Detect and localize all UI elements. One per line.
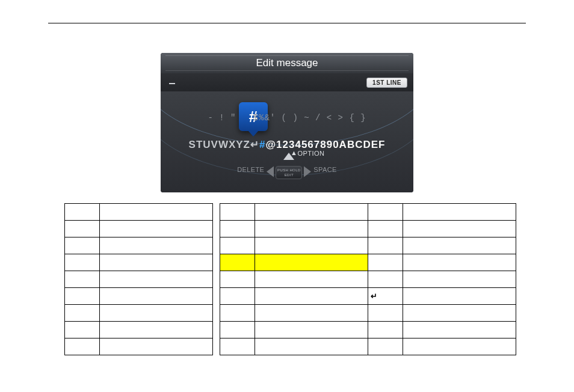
table-cell: [65, 305, 100, 322]
table-cell: [403, 254, 516, 271]
table-cell: [403, 322, 516, 338]
table-cell: [403, 305, 516, 322]
table-cell: [220, 288, 255, 305]
table-row: [65, 221, 516, 237]
table-cell: [220, 338, 255, 355]
dpad-right-icon[interactable]: [304, 167, 311, 177]
table-cell: [403, 237, 516, 254]
table-cell: [403, 288, 516, 305]
table-cell: [100, 305, 213, 322]
table-cell: [255, 322, 368, 338]
table-gap: [213, 204, 220, 221]
table-gap: [213, 338, 220, 355]
enter-icon: ↵: [371, 292, 377, 301]
table-row: [65, 254, 516, 271]
table-cell: [255, 204, 368, 221]
table-cell: [65, 204, 100, 221]
char-row-left: STUVWXYZ: [189, 139, 250, 150]
screen-title-bar: Edit message: [161, 53, 413, 73]
table-cell: [65, 221, 100, 237]
table-cell: [368, 237, 403, 254]
table-cell: [220, 271, 255, 288]
table-cell: [220, 237, 255, 254]
table-cell: [220, 204, 255, 221]
table-row: [65, 204, 516, 221]
table-gap: [213, 221, 220, 237]
table-cell: [368, 322, 403, 338]
table-cell: [368, 254, 403, 271]
table-cell: [368, 271, 403, 288]
table-cell: [100, 237, 213, 254]
table-cell: [403, 204, 516, 221]
table-cell: [255, 221, 368, 237]
table-cell: [255, 254, 368, 271]
table-cell: [65, 271, 100, 288]
table-cell: [100, 271, 213, 288]
dpad-up-icon[interactable]: [283, 153, 294, 160]
table-cell: [220, 254, 255, 271]
char-row-right: @1234567890ABCDEF: [265, 139, 385, 150]
table-gap: [213, 271, 220, 288]
table-row: [65, 271, 516, 288]
table-cell: [100, 204, 213, 221]
device-screenshot: Edit message 1ST LINE # - ! " $%&' ( ) ~…: [161, 53, 413, 192]
symbol-row: - ! " $%&' ( ) ~ / < > { }: [161, 113, 413, 123]
table-gap: [213, 322, 220, 338]
enter-icon: ↵: [250, 139, 259, 150]
character-table: ↵: [64, 203, 510, 355]
table-cell: [65, 237, 100, 254]
space-label[interactable]: SPACE: [311, 166, 339, 173]
input-line-row: 1ST LINE: [161, 73, 413, 91]
table-row: [65, 305, 516, 322]
char-row-selected: #: [259, 139, 265, 150]
table-gap: [213, 254, 220, 271]
table-cell: [220, 221, 255, 237]
text-cursor: [169, 83, 175, 84]
device-screen: Edit message 1ST LINE # - ! " $%&' ( ) ~…: [161, 53, 413, 192]
line-indicator-badge: 1ST LINE: [366, 78, 407, 88]
screen-title: Edit message: [256, 57, 318, 69]
character-row[interactable]: STUVWXYZ↵#@1234567890ABCDEF: [161, 138, 413, 151]
dpad-controls: DELETE PUSH HOLD EDIT SPACE: [161, 150, 413, 189]
table-cell: [403, 221, 516, 237]
table-cell: [65, 254, 100, 271]
dpad-left-icon[interactable]: [267, 167, 274, 177]
table-cell: ↵: [368, 288, 403, 305]
table-cell: [255, 305, 368, 322]
dpad-center-button[interactable]: PUSH HOLD EDIT: [276, 166, 302, 179]
table-cell: [100, 254, 213, 271]
table-cell: [100, 338, 213, 355]
table-cell: [403, 338, 516, 355]
horizontal-rule: [48, 23, 526, 23]
table-cell: [368, 305, 403, 322]
table-cell: [368, 338, 403, 355]
table-gap: [213, 288, 220, 305]
table-cell: [100, 322, 213, 338]
table-row: [65, 338, 516, 355]
table-cell: [255, 288, 368, 305]
codes-table: ↵: [64, 203, 516, 355]
table-cell: [255, 237, 368, 254]
table-cell: [100, 221, 213, 237]
table-row: [65, 237, 516, 254]
table-cell: [65, 322, 100, 338]
character-wheel[interactable]: # - ! " $%&' ( ) ~ / < > { } STUVWXYZ↵#@…: [161, 91, 413, 192]
table-cell: [255, 271, 368, 288]
table-gap: [213, 305, 220, 322]
delete-label[interactable]: DELETE: [235, 166, 267, 173]
table-cell: [220, 305, 255, 322]
table-row: ↵: [65, 288, 516, 305]
table-cell: [65, 338, 100, 355]
table-gap: [213, 237, 220, 254]
table-cell: [255, 338, 368, 355]
table-cell: [220, 322, 255, 338]
table-cell: [65, 288, 100, 305]
table-cell: [368, 221, 403, 237]
table-cell: [368, 204, 403, 221]
table-cell: [100, 288, 213, 305]
table-cell: [403, 271, 516, 288]
table-row: [65, 322, 516, 338]
dpad[interactable]: PUSH HOLD EDIT: [267, 153, 311, 186]
